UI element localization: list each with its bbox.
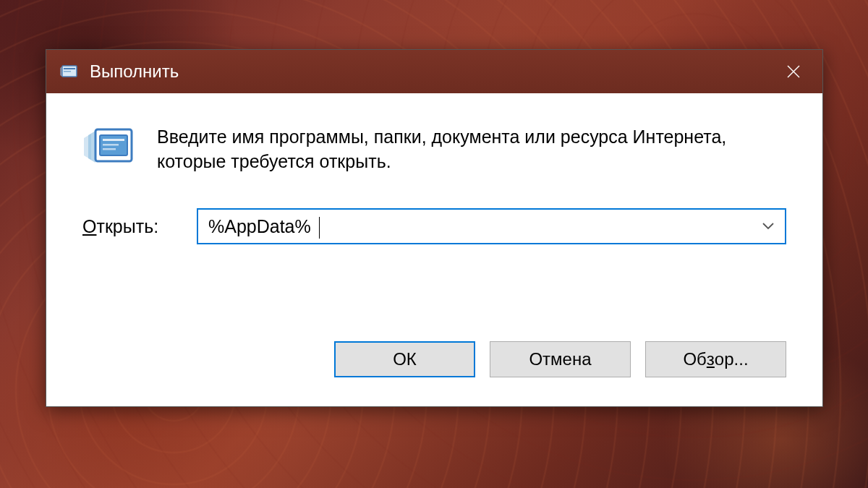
svg-rect-9 <box>103 148 116 150</box>
combobox-dropdown-button[interactable] <box>752 210 785 243</box>
text-cursor <box>319 217 320 239</box>
description-row: Введите имя программы, папки, документа … <box>82 122 786 179</box>
cancel-button[interactable]: Отмена <box>490 341 631 377</box>
open-combobox[interactable] <box>197 208 786 244</box>
svg-rect-7 <box>103 139 124 141</box>
run-dialog: Выполнить Введите имя программы <box>46 49 823 407</box>
close-icon <box>786 64 801 80</box>
dialog-title: Выполнить <box>90 61 765 82</box>
chevron-down-icon <box>762 223 774 230</box>
open-input[interactable] <box>198 210 752 243</box>
svg-rect-1 <box>64 68 75 69</box>
button-row: ОК Отмена Обзор... <box>82 326 786 385</box>
svg-rect-2 <box>64 71 71 72</box>
browse-button[interactable]: Обзор... <box>645 341 786 377</box>
dialog-body: Введите имя программы, папки, документа … <box>46 93 822 406</box>
input-row: Открыть: <box>82 208 786 244</box>
run-titlebar-icon <box>59 61 80 82</box>
browse-label-prefix: Об <box>683 349 706 369</box>
run-icon <box>82 125 137 179</box>
titlebar[interactable]: Выполнить <box>46 50 822 93</box>
ok-button[interactable]: ОК <box>334 341 475 377</box>
dialog-description: Введите имя программы, папки, документа … <box>157 122 786 174</box>
browse-label-suffix: ор... <box>715 349 749 369</box>
browse-label-underline: з <box>707 349 715 369</box>
close-button[interactable] <box>765 50 822 93</box>
svg-rect-8 <box>103 144 119 146</box>
open-label: Открыть: <box>82 216 176 237</box>
